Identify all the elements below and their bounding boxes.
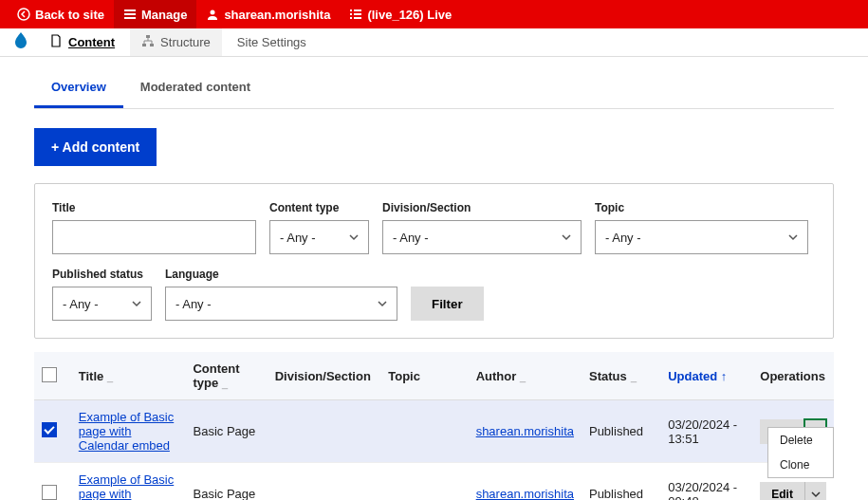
row-title-link[interactable]: Example of Basic page with Calendar embe… — [79, 410, 174, 453]
back-to-site-label: Back to site — [35, 8, 104, 22]
row-division — [268, 400, 381, 463]
filter-title-label: Title — [52, 201, 256, 214]
filter-submit-button[interactable]: Filter — [411, 287, 484, 321]
row-status: Published — [582, 400, 660, 463]
col-status[interactable]: Status⎯ — [582, 352, 660, 400]
svg-rect-10 — [150, 44, 154, 46]
filter-lang-value: - Any - — [175, 297, 212, 311]
filter-pub-label: Published status — [52, 268, 152, 281]
filter-ds-value: - Any - — [393, 231, 429, 245]
local-tabs: Overview Moderated content — [34, 66, 834, 109]
content-table: Title⎯ Content type⎯ Division/Section To… — [34, 352, 834, 500]
tab-moderated[interactable]: Moderated content — [123, 66, 268, 108]
sort-icon: ⎯ — [107, 372, 113, 382]
row-content-type: Basic Page — [185, 463, 267, 501]
row-division — [268, 463, 381, 501]
tab-overview[interactable]: Overview — [34, 66, 123, 108]
sitemap-icon — [141, 34, 155, 50]
op-clone[interactable]: Clone — [768, 453, 833, 477]
row-updated: 03/20/2024 - 13:51 — [660, 400, 752, 463]
col-title[interactable]: Title⎯ — [71, 352, 186, 400]
row-author-link[interactable]: sharean.morishita — [476, 424, 574, 438]
env-indicator[interactable]: (live_126) Live — [340, 0, 461, 28]
menu-content[interactable]: Content — [38, 28, 126, 56]
table-row: Example of Basic page with Calendar embe… — [34, 400, 834, 463]
svg-rect-4 — [350, 13, 352, 15]
row-checkbox[interactable] — [42, 485, 57, 500]
chevron-down-icon — [349, 232, 359, 242]
menu-structure[interactable]: Structure — [130, 28, 222, 56]
add-content-button[interactable]: + Add content — [34, 128, 157, 166]
row-author-link[interactable]: sharean.morishita — [476, 487, 574, 500]
col-operations: Operations — [752, 352, 834, 400]
table-row: Example of Basic page with Calendar embe… — [34, 463, 834, 501]
filter-ds-select[interactable]: - Any - — [382, 220, 582, 254]
filter-pub-select[interactable]: - Any - — [52, 287, 152, 321]
hamburger-icon — [123, 8, 137, 21]
col-updated[interactable]: Updated ↑ — [660, 352, 752, 400]
filter-topic-select[interactable]: - Any - — [595, 220, 808, 254]
user-menu[interactable]: sharean.morishita — [196, 0, 340, 28]
col-content-type[interactable]: Content type⎯ — [185, 352, 267, 400]
filter-lang-select[interactable]: - Any - — [165, 287, 397, 321]
manage-menu[interactable]: Manage — [114, 0, 196, 28]
svg-rect-3 — [354, 9, 361, 11]
svg-rect-2 — [350, 9, 352, 11]
filter-ct-label: Content type — [269, 201, 369, 214]
filter-ds-label: Division/Section — [382, 201, 582, 214]
menu-settings-label: Site Settings — [237, 35, 306, 49]
user-label: sharean.morishita — [224, 8, 330, 22]
sort-asc-icon: ↑ — [721, 369, 728, 383]
chevron-down-icon — [378, 299, 387, 308]
svg-rect-6 — [350, 17, 352, 19]
sort-icon: ⎯ — [520, 372, 526, 382]
row-title-link[interactable]: Example of Basic page with Calendar embe… — [79, 472, 174, 500]
row-status: Published — [582, 463, 660, 501]
row-topic — [380, 463, 468, 501]
user-icon — [206, 8, 219, 21]
col-topic: Topic — [380, 352, 468, 400]
filter-lang-label: Language — [165, 268, 397, 281]
operations-toggle[interactable] — [804, 482, 826, 501]
sort-icon: ⎯ — [631, 372, 637, 382]
filter-ct-select[interactable]: - Any - — [269, 220, 369, 254]
op-delete[interactable]: Delete — [768, 428, 833, 453]
row-updated: 03/20/2024 - 09:48 — [660, 463, 752, 501]
filter-panel: Title Content type - Any - Division/Sect… — [34, 183, 834, 339]
svg-point-1 — [211, 10, 215, 15]
svg-point-0 — [18, 9, 29, 20]
chevron-down-icon — [132, 299, 141, 308]
svg-rect-9 — [142, 44, 146, 46]
menu-structure-label: Structure — [160, 35, 211, 49]
document-icon — [49, 34, 63, 50]
manage-label: Manage — [141, 8, 187, 22]
operations-dropdown: Delete Clone — [767, 427, 834, 478]
filter-topic-label: Topic — [595, 201, 808, 214]
filter-ct-value: - Any - — [280, 231, 316, 245]
back-arrow-icon — [17, 8, 30, 21]
admin-menu: Content Structure Site Settings — [0, 28, 868, 57]
filter-topic-value: - Any - — [605, 231, 641, 245]
svg-rect-8 — [146, 35, 150, 38]
filter-pub-value: - Any - — [63, 297, 99, 311]
menu-site-settings[interactable]: Site Settings — [226, 28, 318, 56]
sort-icon: ⎯ — [222, 379, 228, 389]
drupal-logo-icon — [8, 31, 34, 53]
filter-title-input[interactable] — [52, 220, 256, 254]
select-all-checkbox[interactable] — [42, 367, 57, 382]
menu-content-label: Content — [68, 35, 115, 49]
row-topic — [380, 400, 468, 463]
env-label: (live_126) Live — [367, 8, 452, 22]
list-icon — [349, 8, 362, 21]
admin-topbar: Back to site Manage sharean.morishita (l… — [0, 0, 868, 28]
col-author[interactable]: Author⎯ — [469, 352, 582, 400]
back-to-site[interactable]: Back to site — [8, 0, 114, 28]
edit-button[interactable]: Edit — [760, 482, 804, 501]
row-checkbox[interactable] — [42, 422, 57, 437]
row-content-type: Basic Page — [185, 400, 267, 463]
chevron-down-icon — [788, 232, 798, 242]
svg-rect-5 — [354, 13, 361, 15]
col-division: Division/Section — [268, 352, 381, 400]
chevron-down-icon — [562, 232, 571, 242]
chevron-down-icon — [811, 490, 821, 499]
